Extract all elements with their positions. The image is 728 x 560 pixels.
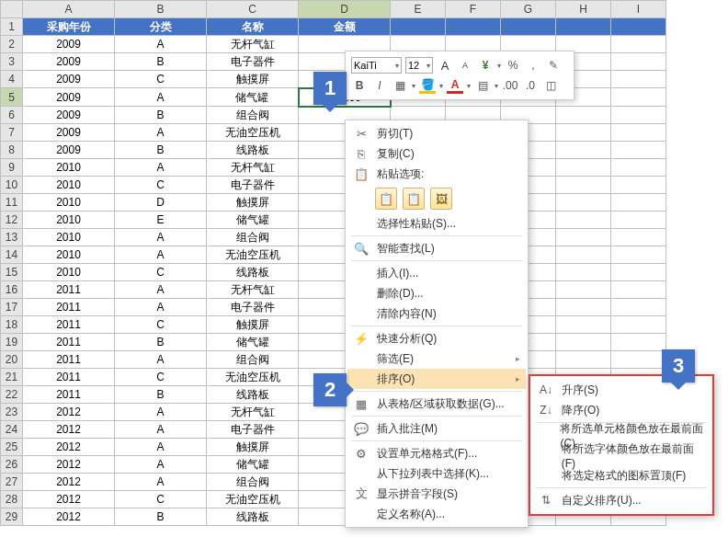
cell[interactable]: A (115, 404, 207, 421)
menu-insert[interactable]: 插入(I)... (347, 263, 526, 283)
cell[interactable]: 触摸屏 (207, 316, 299, 334)
font-color-icon[interactable]: A (447, 77, 463, 94)
cell[interactable] (611, 159, 666, 177)
cell[interactable]: A (115, 456, 207, 474)
cell[interactable]: A (115, 124, 207, 142)
menu-pick-from-list[interactable]: 从下拉列表中选择(K)... (347, 463, 526, 484)
col-header-D[interactable]: D (299, 1, 391, 18)
paste-option-2[interactable]: 📋 (403, 188, 425, 210)
cell[interactable]: 线路板 (207, 264, 299, 281)
cell[interactable] (611, 264, 666, 281)
cell[interactable] (556, 264, 611, 281)
submenu-custom-sort[interactable]: ⇅自定义排序(U)... (532, 490, 711, 510)
format-icon[interactable]: ◫ (542, 77, 559, 94)
cell[interactable]: B (115, 53, 207, 71)
cell[interactable]: 电子器件 (207, 299, 299, 316)
menu-cut[interactable]: ✂剪切(T) (347, 123, 526, 143)
row-header[interactable]: 18 (1, 316, 23, 334)
col-header-C[interactable]: C (207, 1, 299, 18)
cell[interactable] (611, 299, 666, 316)
percent-format-icon[interactable]: % (505, 57, 521, 74)
cell[interactable]: 2012 (23, 421, 115, 439)
menu-copy[interactable]: ⎘复制(C) (347, 143, 526, 164)
cell[interactable] (611, 18, 666, 36)
col-header-A[interactable]: A (23, 1, 115, 18)
cell[interactable]: 2009 (23, 142, 115, 159)
row-header[interactable]: 6 (1, 107, 23, 124)
cell[interactable]: 名称 (207, 18, 299, 36)
cell[interactable]: 电子器件 (207, 177, 299, 194)
cell[interactable] (556, 316, 611, 334)
cell[interactable]: 电子器件 (207, 53, 299, 71)
select-all-corner[interactable] (1, 1, 23, 18)
cell[interactable] (556, 177, 611, 194)
cell[interactable]: 线路板 (207, 386, 299, 404)
col-header-I[interactable]: I (611, 1, 666, 18)
grow-font-icon[interactable]: A (437, 57, 453, 74)
shrink-font-icon[interactable]: A (457, 57, 473, 74)
cell[interactable]: 2011 (23, 281, 115, 299)
menu-from-table[interactable]: ▦从表格/区域获取数据(G)... (347, 394, 526, 414)
font-family-select[interactable]: KaiTi▾ (351, 57, 402, 74)
row-header[interactable]: 10 (1, 177, 23, 194)
row-header[interactable]: 15 (1, 264, 23, 281)
cell[interactable] (611, 177, 666, 194)
row-header[interactable]: 28 (1, 491, 23, 509)
cell[interactable]: B (115, 334, 207, 351)
cell[interactable]: 2011 (23, 386, 115, 404)
cell[interactable]: 2010 (23, 177, 115, 194)
cell[interactable]: 2009 (23, 71, 115, 88)
row-header[interactable]: 2 (1, 36, 23, 53)
menu-quick-analysis[interactable]: ⚡快速分析(Q) (347, 328, 526, 349)
comma-format-icon[interactable]: , (525, 57, 541, 74)
cell[interactable] (556, 351, 611, 369)
cell[interactable]: C (115, 369, 207, 386)
cell[interactable] (611, 229, 666, 246)
menu-clear[interactable]: 清除内容(N) (347, 303, 526, 324)
col-header-B[interactable]: B (115, 1, 207, 18)
cell[interactable]: 线路板 (207, 142, 299, 159)
font-size-select[interactable]: 12▾ (405, 57, 433, 74)
cell[interactable]: 2009 (23, 88, 115, 107)
submenu-sort-desc[interactable]: Z↓降序(O) (532, 400, 711, 420)
row-header[interactable]: 16 (1, 281, 23, 299)
cell[interactable] (611, 211, 666, 229)
cell[interactable]: 2010 (23, 159, 115, 177)
row-header[interactable]: 29 (1, 509, 23, 526)
decrease-decimal-icon[interactable]: .00 (502, 77, 518, 94)
col-header-G[interactable]: G (501, 1, 556, 18)
cell[interactable]: 触摸屏 (207, 194, 299, 211)
menu-filter[interactable]: 筛选(E)▸ (347, 349, 526, 369)
menu-insert-comment[interactable]: 💬插入批注(M) (347, 418, 526, 439)
row-header[interactable]: 26 (1, 456, 23, 474)
cell[interactable]: 2012 (23, 474, 115, 491)
cell[interactable]: C (115, 177, 207, 194)
cell[interactable]: 无杆气缸 (207, 281, 299, 299)
format-painter-icon[interactable]: ✎ (545, 57, 562, 74)
row-header[interactable]: 14 (1, 246, 23, 264)
row-header[interactable]: 12 (1, 211, 23, 229)
cell[interactable]: 电子器件 (207, 421, 299, 439)
cell[interactable]: 触摸屏 (207, 71, 299, 88)
cell[interactable] (611, 142, 666, 159)
merge-icon[interactable]: ▤ (474, 77, 491, 94)
menu-delete[interactable]: 删除(D)... (347, 283, 526, 303)
cell[interactable]: 2012 (23, 456, 115, 474)
row-header[interactable]: 13 (1, 229, 23, 246)
cell[interactable]: 2009 (23, 53, 115, 71)
cell[interactable]: 组合阀 (207, 229, 299, 246)
cell[interactable]: A (115, 299, 207, 316)
cell[interactable] (611, 351, 666, 369)
row-header[interactable]: 24 (1, 421, 23, 439)
row-header[interactable]: 3 (1, 53, 23, 71)
cell[interactable] (611, 71, 666, 88)
cell[interactable]: 组合阀 (207, 107, 299, 124)
cell[interactable] (556, 334, 611, 351)
cell[interactable]: 2010 (23, 194, 115, 211)
cell[interactable]: A (115, 246, 207, 264)
cell[interactable]: B (115, 142, 207, 159)
paste-option-1[interactable]: 📋 (375, 188, 397, 210)
cell[interactable]: 2012 (23, 509, 115, 526)
cell[interactable]: 无油空压机 (207, 124, 299, 142)
cell[interactable]: A (115, 88, 207, 107)
